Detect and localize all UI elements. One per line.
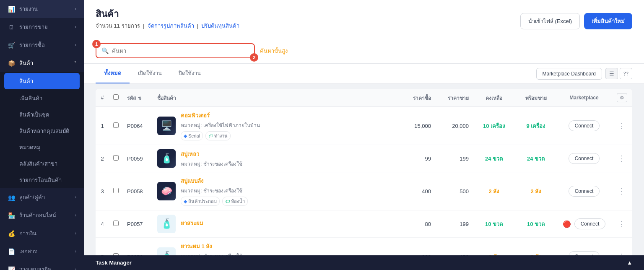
connect-cell: Connect xyxy=(561,251,607,255)
connect-button[interactable]: Connect xyxy=(569,186,600,197)
diamond-icon: ◆ xyxy=(184,199,187,204)
tab-all[interactable]: ทั้งหมด xyxy=(96,64,130,83)
row-ready: 24 ขวด xyxy=(515,145,557,172)
sidebar-sub-multi[interactable]: สินค้าหลากคุณสมบัติ xyxy=(0,123,84,139)
products-icon: 📦 xyxy=(8,60,15,67)
row-marketplace: Connect xyxy=(557,172,611,210)
product-category: หมวดหมู่: ชำระของเครื่องใช้ xyxy=(181,252,248,255)
grid-view-button[interactable]: ⁇ xyxy=(620,68,632,79)
col-header-marketplace: Marketplace xyxy=(557,89,611,107)
product-category: หมวดหมู่: ชำระของเครื่องใช้ xyxy=(181,187,248,195)
sidebar-item-finance[interactable]: 💰 การเงิน › xyxy=(0,224,84,242)
row-check xyxy=(109,145,123,172)
sales-icon: 🗓 xyxy=(8,23,15,31)
product-tags: ◆ Serial 🏷 ทำงาน xyxy=(181,131,260,140)
more-options-button[interactable]: ⋮ xyxy=(615,218,628,229)
col-header-num: # xyxy=(96,89,109,107)
more-options-button[interactable]: ⋮ xyxy=(615,186,628,197)
product-image: 🧴 xyxy=(157,149,176,168)
table-row: 1 P0064 🖥️ คอมพิวเตอร์ หมวดหมู่: เครื่อง… xyxy=(96,107,632,145)
row-checkbox[interactable] xyxy=(113,122,119,128)
sidebar-sub-warehouse[interactable]: คลังสินค้า/สาขา xyxy=(0,156,84,172)
chevron-down-icon: ˅ xyxy=(74,61,76,65)
sidebar-item-products[interactable]: 📦 สินค้า ˅ xyxy=(0,54,84,72)
sidebar-item-strategy-label: วางแผนธุรกิจ xyxy=(19,265,51,270)
row-checkbox[interactable] xyxy=(113,188,119,193)
product-info: 🧴 ยาระผม 1 ลัง หมวดหมู่: ชำระของเครื่องใ… xyxy=(157,242,393,255)
adjust-cost-link[interactable]: ปรับต้นทุนสินค้า xyxy=(201,23,239,29)
product-name[interactable]: ยาสระผม xyxy=(181,219,203,228)
sidebar-sub-transfer[interactable]: รายการโอนสินค้า xyxy=(0,172,84,188)
tab-active[interactable]: เปิดใช้งาน xyxy=(130,64,170,83)
table-container: # รหัส ⇅ ชื่อสินค้า ราคาซื้อ ราคาขาย คงเ… xyxy=(84,84,644,255)
connect-button[interactable]: Connect xyxy=(569,153,600,164)
search-advanced-link[interactable]: ค้นหาขั้นสูง xyxy=(260,47,288,55)
sidebar-item-online-store[interactable]: 🏪 ร้านค้าออนไลน์ › xyxy=(0,206,84,224)
search-input[interactable] xyxy=(112,48,249,54)
tabs: ทั้งหมด เปิดใช้งาน ปิดใช้งาน xyxy=(96,64,209,83)
marketplace-dashboard-button[interactable]: Marketplace Dashboard xyxy=(536,68,602,80)
product-name[interactable]: ยาระผม 1 ลัง xyxy=(181,242,248,251)
tag-bathroom: 🏷 ห้องน้ำ xyxy=(222,197,248,206)
row-check xyxy=(109,210,123,238)
row-ready: 2 ลัง xyxy=(515,172,557,210)
connect-button[interactable]: Connect xyxy=(569,120,600,131)
sidebar-item-documents[interactable]: 📄 เอกสาร › xyxy=(0,242,84,260)
more-options-button[interactable]: ⋮ xyxy=(615,153,628,164)
sidebar-item-purchases[interactable]: 🛒 รายการซื้อ › xyxy=(0,36,84,54)
badge-2: 2 xyxy=(250,53,258,62)
col-header-stock: คงเหลือ xyxy=(473,89,515,107)
tab-inactive[interactable]: ปิดใช้งาน xyxy=(170,64,209,83)
row-num: 1 xyxy=(96,107,109,145)
sidebar-item-strategy[interactable]: 📈 วางแผนธุรกิจ › xyxy=(0,260,84,270)
row-stock: 10 เครื่อง xyxy=(473,107,515,145)
import-excel-button[interactable]: นำเข้าไฟล์ (Excel) xyxy=(520,13,580,29)
row-more: ⋮ xyxy=(611,145,632,172)
chevron-right-icon: › xyxy=(75,7,76,11)
documents-icon: 📄 xyxy=(8,248,15,255)
list-view-button[interactable]: ☰ xyxy=(605,68,618,79)
row-marketplace: Connect xyxy=(557,107,611,145)
row-stock: 2 ลัง xyxy=(473,172,515,210)
row-checkbox[interactable] xyxy=(113,221,119,226)
products-submenu: สินค้า เพิ่มสินค้า สินค้าเป็นชุด สินค้าห… xyxy=(0,72,84,188)
add-product-button[interactable]: เพิ่มสินค้าใหม่ xyxy=(584,13,632,29)
product-name[interactable]: สบู่เหลว xyxy=(181,150,242,158)
product-name[interactable]: คอมพิวเตอร์ xyxy=(181,111,260,120)
row-buy-price: 99 xyxy=(397,145,435,172)
more-options-button[interactable]: ⋮ xyxy=(615,120,628,131)
chevron-right-icon: › xyxy=(75,213,76,218)
col-header-settings: ⚙ xyxy=(611,89,632,107)
purchases-icon: 🛒 xyxy=(8,42,15,49)
row-sell-price: 199 xyxy=(435,210,473,238)
row-stock: 10 ขวด xyxy=(473,210,515,238)
sidebar-sub-bundle[interactable]: สินค้าเป็นชุด xyxy=(0,106,84,123)
search-icon: 🔍 xyxy=(101,47,109,54)
task-manager-bar[interactable]: Task Manager ▲ xyxy=(84,255,644,270)
manage-images-link[interactable]: จัดการรูปภาพสินค้า xyxy=(148,23,194,29)
more-options-button[interactable]: ⋮ xyxy=(615,251,628,255)
product-category: หมวดหมู่: ชำระของเครื่องใช้ xyxy=(181,160,242,168)
sidebar-sub-products-main[interactable]: สินค้า xyxy=(4,73,80,89)
task-manager-chevron: ▲ xyxy=(627,260,632,266)
sidebar-sub-category[interactable]: หมวดหมู่ xyxy=(0,139,84,156)
connect-button[interactable]: Connect xyxy=(569,251,600,255)
select-all-checkbox[interactable] xyxy=(113,94,119,100)
connect-cell: Connect xyxy=(561,153,607,164)
row-marketplace: Connect xyxy=(557,145,611,172)
product-name[interactable]: สบู่แบบลัง xyxy=(181,177,248,185)
table-row: 5 P0056 🧴 ยาระผม 1 ลัง หมวดหมู่: ชำระของ… xyxy=(96,238,632,256)
task-manager-label: Task Manager xyxy=(96,260,132,266)
diamond-icon: ◆ xyxy=(184,133,187,139)
sidebar-item-sales[interactable]: 🗓 รายการขาย › xyxy=(0,18,84,36)
product-image: 🧴 xyxy=(157,247,176,255)
sidebar-sub-add-product[interactable]: เพิ่มสินค้า xyxy=(0,90,84,106)
connect-button[interactable]: Connect xyxy=(574,218,606,229)
sidebar-item-reports[interactable]: 📊 รายงาน › xyxy=(0,0,84,18)
column-settings-button[interactable]: ⚙ xyxy=(617,93,627,102)
product-category: หมวดหมู่: เครื่องใช้ไฟฟ้าภายในบ้าน xyxy=(181,121,260,129)
row-num: 2 xyxy=(96,145,109,172)
sidebar-item-customers[interactable]: 👥 ลูกค้า/คู่ค้า › xyxy=(0,188,84,206)
product-image: 🧴 xyxy=(157,215,176,233)
row-checkbox[interactable] xyxy=(113,155,119,161)
